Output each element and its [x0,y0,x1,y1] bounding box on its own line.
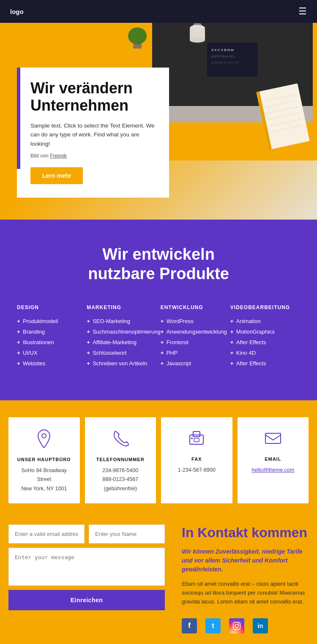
svg-rect-23 [265,433,281,443]
coffee-decoration [188,23,207,46]
phone-icon [92,429,150,452]
list-item: Schlüsselwort [87,350,160,356]
list-item: After Effects [230,360,300,367]
list-item: SEO-Marketing [87,318,160,324]
email-link[interactable]: hello@theme.com [251,467,294,473]
list-item: Suchmaschinenoptimierung [87,329,160,335]
fax-card-title: FAX [168,457,226,462]
message-field[interactable] [8,548,165,586]
hero-title: Wir verändern Unternehmen [30,79,156,114]
instagram-icon[interactable] [229,618,244,633]
learn-more-button[interactable]: Lern mehr [30,167,83,184]
list-item: Frontend [161,339,230,345]
contact-card-email: EMAIL hello@theme.com [238,417,309,503]
list-item: Affiliate-Marketing [87,339,160,345]
hero-section: Z X C V B N M A S D F G H J K L Q W E R … [0,0,317,220]
svg-point-26 [238,623,239,625]
email-field[interactable] [8,524,85,543]
list-item: Schreiben von Artikeln [87,360,160,367]
design-heading: DESIGN [17,304,87,310]
svg-point-22 [191,437,193,439]
submit-button[interactable]: Einreichen [8,590,165,610]
contact-cards-section: UNSER HAUPTBÜRO SoHo 94 Broadway Street … [0,400,317,503]
list-item: WordPress [161,318,230,324]
contact-card-fax: FAX 1-234-567-8900 [161,417,232,503]
list-item: Produktmodell [17,318,87,324]
design-list: Produktmodell Branding Illustrationen UI… [17,318,87,367]
service-col-design: DESIGN Produktmodell Branding Illustrati… [17,304,87,371]
hero-bild: Bild von Freepik [30,153,156,159]
email-card-info: hello@theme.com [244,466,302,475]
list-item: Animation [230,318,300,324]
entwicklung-list: WordPress Anwendungsentwicklung Frontend… [161,318,230,367]
form-row-top [8,524,165,543]
freepik-link[interactable]: Freepik [50,153,67,159]
svg-text:A S D F G H J K L: A S D F G H J K L [211,55,235,58]
list-item: Javascript [161,360,230,367]
video-heading: VIDEOBEARBEITUNG [230,304,300,310]
location-card-title: UNSER HAUPTBÜRO [15,457,73,462]
name-field[interactable] [89,524,165,543]
nav-logo: logo [10,8,24,15]
phone-card-title: TELEFONNUMMER [92,457,150,462]
video-list: Animation MotionGraphics After Effects K… [230,318,300,367]
phone-card-info: 234-9876-5400 888-0123-4567 (gebührenfre… [92,466,150,493]
location-icon [15,429,73,452]
hero-description: Sample text. Click to select the Text El… [30,121,156,149]
facebook-icon[interactable]: f [182,618,197,633]
list-item: Anwendungsentwicklung [161,329,230,335]
contact-info-section: In Kontakt kommen Wir können Zuverlässig… [182,524,309,633]
svg-rect-21 [194,438,199,442]
email-icon [244,429,302,451]
twitter-icon[interactable]: t [205,618,221,633]
svg-rect-24 [233,622,240,629]
purple-section: Wir entwickeln nutzbare Produkte DESIGN … [0,220,317,400]
entwicklung-heading: ENTWICKLUNG [161,304,230,310]
svg-rect-20 [193,432,200,437]
svg-text:Z X C V B N M: Z X C V B N M [211,48,234,52]
fax-card-info: 1-234-567-8900 [168,466,226,475]
contact-card-location: UNSER HAUPTBÜRO SoHo 94 Broadway Street … [8,417,80,503]
list-item: After Effects [230,339,300,345]
fax-icon [168,429,226,451]
service-col-entwicklung: ENTWICKLUNG WordPress Anwendungsentwickl… [161,304,230,371]
social-icons-row: f t in [182,618,309,633]
linkedin-icon[interactable]: in [253,618,268,633]
service-col-video: VIDEOBEARBEITUNG Animation MotionGraphic… [230,304,300,371]
contact-info-subtitle: Wir können Zuverlässigkeit, niedrige Tar… [182,547,309,574]
svg-rect-0 [207,43,258,76]
email-card-title: EMAIL [244,457,302,462]
hero-accent-bar [17,68,20,169]
list-item: Illustrationen [17,339,87,345]
svg-point-18 [42,434,46,438]
contact-bottom-section: Einreichen In Kontakt kommen Wir können … [0,503,317,644]
location-card-info: SoHo 94 Broadway Street New York, NY 100… [15,466,73,493]
hero-content-box: Wir verändern Unternehmen Sample text. C… [17,68,169,198]
navbar: logo ☰ [0,0,317,23]
purple-section-title: Wir entwickeln nutzbare Produkte [17,245,300,283]
list-item: Kino 4D [230,350,300,356]
service-col-marketing: MARKETING SEO-Marketing Suchmaschinenopt… [87,304,160,371]
svg-text:Q W E R T Y U I O P: Q W E R T Y U I O P [211,61,239,65]
contact-card-phone: TELEFONNUMMER 234-9876-5400 888-0123-456… [85,417,156,503]
list-item: PHP [161,350,230,356]
list-item: Websites [17,360,87,367]
marketing-heading: MARKETING [87,304,160,310]
contact-info-title: In Kontakt kommen [182,524,309,541]
list-item: UI/UX [17,350,87,356]
list-item: Branding [17,329,87,335]
svg-point-8 [190,38,205,43]
list-item: MotionGraphics [230,329,300,335]
marketing-list: SEO-Marketing Suchmaschinenoptimierung A… [87,318,160,367]
svg-point-5 [128,27,147,44]
services-grid: DESIGN Produktmodell Branding Illustrati… [17,304,300,371]
contact-cards-row: UNSER HAUPTBÜRO SoHo 94 Broadway Street … [8,417,309,503]
contact-form-section: Einreichen [8,524,165,633]
svg-point-25 [235,624,238,628]
hamburger-icon[interactable]: ☰ [298,6,307,17]
contact-info-description: Etiam sit amet convallis erat – class ap… [182,580,309,606]
